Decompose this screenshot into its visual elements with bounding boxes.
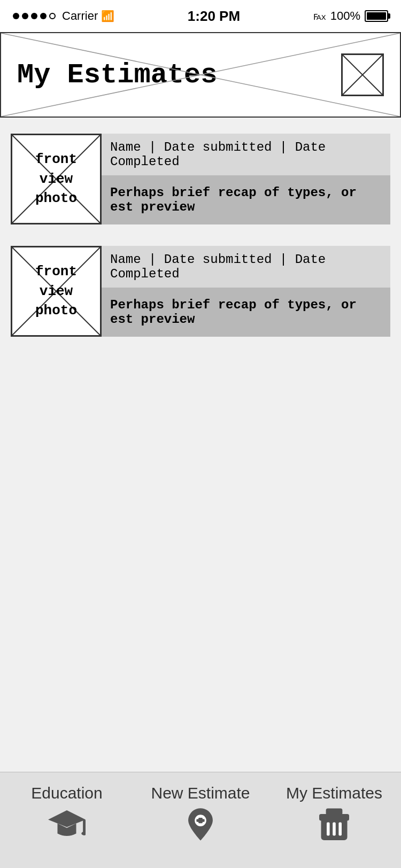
dot-1: [13, 13, 19, 19]
card-top-row-2: Name | Date submitted | Date Completed: [102, 246, 390, 288]
card-image-1: front view photo: [11, 134, 102, 224]
status-time: 1:20 PM: [188, 8, 240, 25]
card-info-2: Name | Date submitted | Date Completed P…: [102, 246, 390, 337]
battery-fill: [367, 12, 386, 20]
status-right: ℻ 100%: [313, 9, 388, 23]
tab-my-estimates-label: My Estimates: [286, 784, 382, 802]
graduation-cap-icon: [48, 807, 86, 851]
header-icon-x: [343, 55, 382, 95]
status-left: Carrier 📶: [13, 9, 114, 23]
card-image-2: front view photo: [11, 246, 102, 337]
location-plus-icon: [182, 807, 219, 851]
svg-marker-8: [48, 810, 86, 827]
svg-rect-13: [196, 819, 204, 822]
svg-line-3: [343, 55, 382, 95]
status-bar: Carrier 📶 1:20 PM ℻ 100%: [0, 0, 401, 32]
svg-rect-9: [83, 820, 86, 833]
svg-rect-18: [333, 822, 336, 835]
estimates-list: front view photo Name | Date submitted |…: [0, 134, 401, 337]
estimate-card[interactable]: front view photo Name | Date submitted |…: [11, 134, 390, 224]
card-info-1: Name | Date submitted | Date Completed P…: [102, 134, 390, 224]
svg-line-2: [343, 55, 382, 95]
carrier-label: Carrier: [62, 9, 98, 23]
card-bottom-row-2: Perhaps brief recap of types, or est pre…: [102, 288, 390, 337]
tab-new-estimate-label: New Estimate: [151, 784, 250, 802]
dot-4: [40, 13, 47, 19]
page-title: My Estimates: [17, 59, 217, 91]
estimates-bucket-icon: [315, 807, 353, 851]
battery-icon: [365, 10, 388, 22]
svg-rect-16: [326, 809, 343, 816]
svg-rect-17: [327, 822, 330, 835]
svg-point-10: [81, 832, 86, 835]
page-header: My Estimates: [0, 32, 401, 118]
battery-percent: 100%: [330, 9, 360, 23]
wifi-icon: 📶: [101, 10, 114, 22]
tab-my-estimates[interactable]: My Estimates: [281, 784, 388, 851]
dot-2: [22, 13, 28, 19]
header-icon-placeholder[interactable]: [341, 53, 384, 96]
tab-education-label: Education: [31, 784, 102, 802]
card-bottom-row-1: Perhaps brief recap of types, or est pre…: [102, 175, 390, 224]
signal-dots: [13, 13, 56, 19]
svg-rect-19: [338, 822, 342, 835]
bluetooth-icon: ℻: [313, 10, 326, 22]
dot-5: [49, 13, 56, 19]
card-top-row-1: Name | Date submitted | Date Completed: [102, 134, 390, 175]
card-image-label-2: front view photo: [35, 262, 77, 320]
dot-3: [31, 13, 37, 19]
tab-education[interactable]: Education: [13, 784, 120, 851]
card-image-label-1: front view photo: [35, 150, 77, 208]
estimate-card-2[interactable]: front view photo Name | Date submitted |…: [11, 246, 390, 337]
tab-new-estimate[interactable]: New Estimate: [147, 784, 254, 851]
tab-bar: Education New Estimate My Estim: [0, 772, 401, 868]
